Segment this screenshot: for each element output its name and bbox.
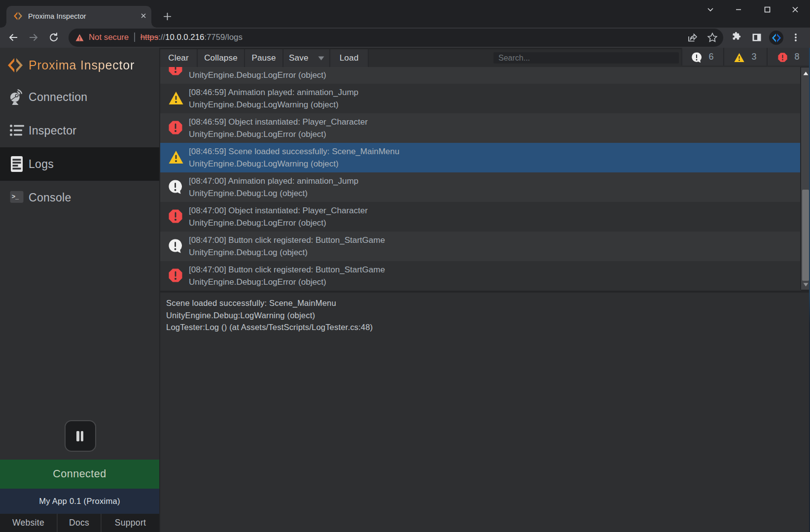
svg-text:>_: >_ bbox=[12, 193, 19, 200]
